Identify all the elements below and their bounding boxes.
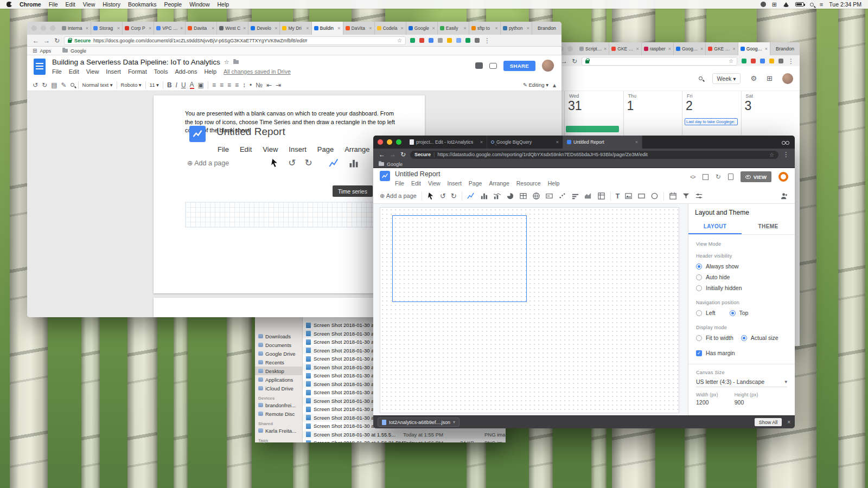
bookmark-apps[interactable]: Apps [40,48,51,54]
menu-bookmarks[interactable]: Bookmarks [128,1,157,8]
time-series-chart-icon[interactable] [467,192,475,200]
search-icon[interactable] [699,76,703,80]
browser-tab[interactable]: Davita× [186,22,217,35]
tab-close-icon[interactable]: × [765,46,768,52]
menu-view[interactable]: View [86,68,99,75]
tab-close-icon[interactable]: × [480,139,483,145]
tab-strip[interactable]: Scripting× GKE Nod× raspber× Google-l× G… [545,42,800,55]
chevron-down-icon[interactable]: ▾ [453,420,455,425]
browser-tab[interactable]: python× [501,22,532,35]
date-range-icon[interactable] [669,192,677,200]
refresh-data-icon[interactable]: ↻ [716,173,721,181]
browser-tab[interactable]: GKE Nod× [609,42,641,55]
forward-icon[interactable]: → [390,151,396,158]
canvas-area[interactable] [373,204,688,415]
copy-report-icon[interactable] [728,174,733,180]
browser-tab-active[interactable]: Untitled Report × [563,136,642,149]
bookmark-folder-google[interactable]: Google [71,48,86,54]
browser-tab[interactable]: Codela× [375,22,406,35]
menu-insert[interactable]: Insert [106,68,121,75]
menu-file[interactable]: File [52,68,62,75]
spotlight-search-icon[interactable] [810,3,814,7]
profile-name[interactable]: Brandon [532,25,561,31]
select-cursor-icon[interactable] [427,192,435,200]
file-row[interactable]: Screen Shot 2018-01-30 at 1.55.5...Today… [303,431,506,439]
sidebar-item-recents[interactable]: Recents [255,358,302,367]
tab-close-icon[interactable]: × [180,25,183,31]
tab-close-icon[interactable]: × [117,25,120,31]
tab-close-icon[interactable]: × [337,25,340,31]
browser-tab[interactable]: raspber× [642,42,674,55]
tab-close-icon[interactable]: × [464,25,467,31]
refresh-icon[interactable]: ↻ [400,151,406,158]
extension-icon[interactable] [751,59,756,63]
menu-help[interactable]: Help [218,1,229,8]
view-button[interactable]: VIEW [741,171,771,182]
move-to-folder-icon[interactable] [233,60,239,64]
paragraph-style-select[interactable]: Normal text ▾ [82,82,113,88]
extension-icon[interactable] [456,38,461,43]
embed-code-icon[interactable]: <> [690,174,695,180]
font-select[interactable]: Roboto ▾ [121,82,142,88]
url-bar[interactable]: Secure | https://datastudio.google.com/r… [410,151,778,159]
report-title[interactable]: Untitled Report [395,170,440,178]
file-row[interactable]: Screen Shot 2018-01-30 at 1.56.31 PMToda… [303,439,506,442]
share-button[interactable]: SHARE [503,61,535,71]
star-icon[interactable]: ☆ [224,59,229,65]
window-controls[interactable] [27,25,60,31]
browser-tab[interactable]: Scripting× [577,42,609,55]
view-selector[interactable]: Week ▾ [712,73,741,84]
menu-resource[interactable]: Resource [516,180,541,187]
calendar-event[interactable]: Last day to take Googlege: [685,118,738,125]
rectangle-shape-icon[interactable] [637,192,646,200]
forward-icon[interactable]: → [43,37,50,44]
profile-name[interactable]: Brandon [770,46,800,52]
pie-chart-icon[interactable] [506,192,514,200]
text-color-icon[interactable]: A [190,81,194,89]
browser-tab[interactable]: West C× [217,22,248,35]
tab-close-icon[interactable]: × [275,25,277,31]
browser-tab[interactable]: Develo× [248,22,280,35]
tab-close-icon[interactable]: × [369,25,372,31]
menu-help[interactable]: Help [204,68,216,75]
extension-icon[interactable] [769,59,774,63]
menu-edit[interactable]: Edit [69,68,79,75]
downloaded-file-chip[interactable]: Iot2Analytics-a68b9ef....json ▾ [378,418,459,427]
document-title[interactable]: Building a Serverless Data Pipeline: IoT… [52,58,220,66]
browser-tab[interactable]: DaVita× [343,22,375,35]
tab-close-icon[interactable]: × [432,25,435,31]
chrome-menu-icon[interactable]: ⋮ [788,58,794,65]
scorecard-icon[interactable] [545,192,553,200]
menu-people[interactable]: People [164,1,182,8]
account-avatar[interactable] [542,60,554,72]
text-box-icon[interactable]: T [616,192,620,200]
browser-tab-active[interactable]: Buildin× [312,22,343,35]
mode-select[interactable]: ✎ Editing ▾ [523,82,548,88]
battery-icon[interactable] [795,2,804,7]
sidebar-item-applications[interactable]: Applications [255,375,302,384]
menu-insert[interactable]: Insert [448,180,462,187]
tab-close-icon[interactable]: × [636,46,639,52]
menu-edit[interactable]: Edit [66,1,75,8]
browser-tab[interactable]: Corp P× [123,22,154,35]
minimize-window-button[interactable] [387,139,392,145]
tab-strip[interactable]: Interna× Storag× Corp P× VPC Se× Davita×… [27,22,561,35]
sidebar-item-shared-machine[interactable]: Karla Freita... [255,426,302,435]
browser-tab[interactable]: GKE Nod× [706,42,738,55]
menu-edit[interactable]: Edit [411,180,421,187]
redo-icon[interactable]: ↻ [42,82,47,88]
sidebar-item-downloads[interactable]: Downloads [255,332,302,341]
browser-tab[interactable]: Storag× [91,22,123,35]
radio-actual-size[interactable]: Actual size [741,335,778,341]
tab-layout[interactable]: LAYOUT [688,220,742,234]
wifi-icon[interactable] [783,2,789,7]
account-avatar[interactable] [782,73,793,84]
area-chart-icon[interactable] [584,192,592,200]
browser-tab[interactable]: project... Edit - Iot2Analytics × [406,136,487,149]
align-left-icon[interactable]: ≡ [212,82,216,88]
extension-icon[interactable] [475,38,480,43]
italic-icon[interactable]: I [176,82,177,88]
line-spacing-icon[interactable]: ↕ [242,82,246,88]
chart-placeholder-selection[interactable] [392,215,527,302]
extension-icon[interactable] [447,38,452,43]
